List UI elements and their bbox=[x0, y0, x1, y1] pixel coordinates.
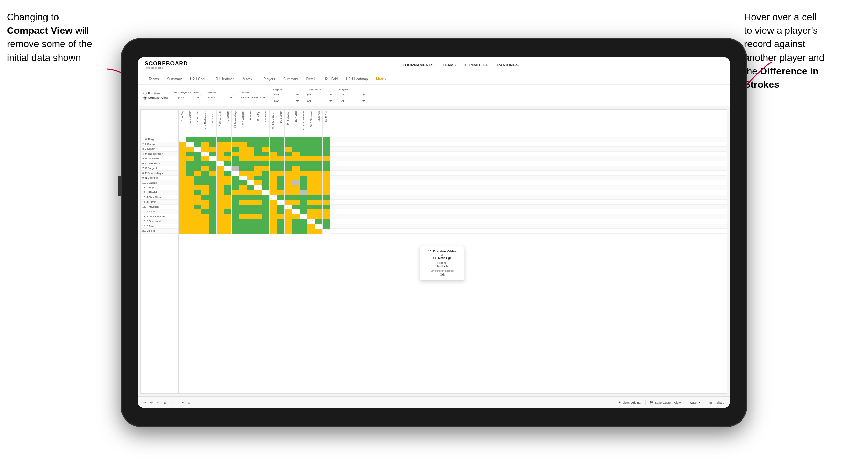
cell-r6-c19[interactable] bbox=[315, 161, 323, 166]
cell-r18-c10[interactable] bbox=[247, 219, 254, 224]
cell-r20-c17[interactable] bbox=[300, 229, 307, 234]
cell-r19-c13[interactable] bbox=[270, 224, 277, 229]
cell-r19-c10[interactable] bbox=[247, 224, 254, 229]
cell-r8-c13[interactable] bbox=[270, 171, 277, 176]
cell-r11-c7[interactable] bbox=[224, 185, 232, 190]
cell-r11-c3[interactable] bbox=[194, 185, 201, 190]
cell-r11-c19[interactable] bbox=[315, 185, 323, 190]
cell-r18-c16[interactable] bbox=[292, 219, 300, 224]
cell-r15-c18[interactable] bbox=[307, 205, 315, 209]
cell-r8-c9[interactable] bbox=[239, 171, 247, 176]
cell-r20-c8[interactable] bbox=[232, 229, 239, 234]
cell-r8-c14[interactable] bbox=[277, 171, 285, 176]
cell-r3-c20[interactable] bbox=[323, 147, 330, 152]
cell-r19-c16[interactable] bbox=[292, 224, 300, 229]
cell-r8-c2[interactable] bbox=[186, 171, 194, 176]
cell-r7-c19[interactable] bbox=[315, 166, 323, 171]
cell-r5-c17[interactable] bbox=[300, 156, 307, 161]
cell-r19-c14[interactable] bbox=[277, 224, 285, 229]
cell-r3-c18[interactable] bbox=[307, 147, 315, 152]
cell-r10-c8[interactable] bbox=[232, 180, 239, 185]
cell-r13-c11[interactable] bbox=[254, 195, 262, 200]
cell-r18-c18[interactable] bbox=[307, 219, 315, 224]
cell-r17-c20[interactable] bbox=[323, 214, 330, 219]
cell-r14-c14[interactable] bbox=[277, 200, 285, 205]
cell-r13-c13[interactable] bbox=[270, 195, 277, 200]
cell-r15-c11[interactable] bbox=[254, 205, 262, 209]
cell-r10-c2[interactable] bbox=[186, 180, 194, 185]
cell-r10-c10[interactable] bbox=[247, 180, 254, 185]
cell-r3-c16[interactable] bbox=[292, 147, 300, 152]
cell-r20-c12[interactable] bbox=[262, 229, 270, 234]
cell-r12-c19[interactable] bbox=[315, 190, 323, 195]
cell-r2-c15[interactable] bbox=[285, 142, 292, 147]
nav-committee[interactable]: COMMITTEE bbox=[464, 63, 489, 67]
cell-r17-c15[interactable] bbox=[285, 214, 292, 219]
cell-r3-c17[interactable] bbox=[300, 147, 307, 152]
cell-r15-c5[interactable] bbox=[209, 205, 217, 209]
cell-r2-c11[interactable] bbox=[254, 142, 262, 147]
cell-r1-c9[interactable] bbox=[239, 137, 247, 142]
cell-r14-c18[interactable] bbox=[307, 200, 315, 205]
cell-r2-c4[interactable] bbox=[201, 142, 209, 147]
cell-r9-c17[interactable] bbox=[300, 176, 307, 180]
cell-r15-c14[interactable] bbox=[277, 205, 285, 209]
cell-r16-c19[interactable] bbox=[315, 209, 323, 214]
cell-r4-c17[interactable] bbox=[300, 152, 307, 156]
cell-r8-c6[interactable] bbox=[217, 171, 224, 176]
cell-r4-c1[interactable] bbox=[179, 152, 186, 156]
cell-r19-c17[interactable] bbox=[300, 224, 307, 229]
cell-r3-c12[interactable] bbox=[262, 147, 270, 152]
cell-r5-c13[interactable] bbox=[270, 156, 277, 161]
cell-r19-c4[interactable] bbox=[201, 224, 209, 229]
cell-r10-c16[interactable] bbox=[292, 180, 300, 185]
cell-r18-c4[interactable] bbox=[201, 219, 209, 224]
cell-r6-c16[interactable] bbox=[292, 161, 300, 166]
conference-select-2[interactable]: (All) bbox=[306, 98, 333, 103]
cell-r13-c3[interactable] bbox=[194, 195, 201, 200]
cell-r4-c18[interactable] bbox=[307, 152, 315, 156]
cell-r9-c13[interactable] bbox=[270, 176, 277, 180]
cell-r7-c11[interactable] bbox=[254, 166, 262, 171]
cell-r16-c13[interactable] bbox=[270, 209, 277, 214]
cell-r14-c11[interactable] bbox=[254, 200, 262, 205]
cell-r8-c1[interactable] bbox=[179, 171, 186, 176]
tab-players[interactable]: Players bbox=[260, 74, 279, 84]
cell-r12-c13[interactable] bbox=[270, 190, 277, 195]
cell-r17-c6[interactable] bbox=[217, 214, 224, 219]
cell-r20-c2[interactable] bbox=[186, 229, 194, 234]
cell-r2-c12[interactable] bbox=[262, 142, 270, 147]
cell-r6-c11[interactable] bbox=[254, 161, 262, 166]
cell-r8-c16[interactable] bbox=[292, 171, 300, 176]
cell-r15-c1[interactable] bbox=[179, 205, 186, 209]
cell-r19-c20[interactable] bbox=[323, 224, 330, 229]
cell-r12-c7[interactable] bbox=[224, 190, 232, 195]
cell-r13-c6[interactable] bbox=[217, 195, 224, 200]
cell-r19-c5[interactable] bbox=[209, 224, 217, 229]
cell-r5-c4[interactable] bbox=[201, 156, 209, 161]
cell-r5-c19[interactable] bbox=[315, 156, 323, 161]
cell-r4-c8[interactable] bbox=[232, 152, 239, 156]
cell-r17-c14[interactable] bbox=[277, 214, 285, 219]
cell-r4-c7[interactable] bbox=[224, 152, 232, 156]
tab-summary-left[interactable]: Summary bbox=[163, 74, 186, 84]
cell-r12-c14[interactable] bbox=[277, 190, 285, 195]
conference-select-1[interactable]: (All) bbox=[306, 92, 333, 97]
cell-r5-c20[interactable] bbox=[323, 156, 330, 161]
cell-r1-c17[interactable] bbox=[300, 137, 307, 142]
cell-r19-c3[interactable] bbox=[194, 224, 201, 229]
cell-r6-c17[interactable] bbox=[300, 161, 307, 166]
tab-h2h-heatmap-left[interactable]: H2H Heatmap bbox=[209, 74, 239, 84]
cell-r19-c11[interactable] bbox=[254, 224, 262, 229]
save-custom-button[interactable]: 💾 Save Custom View bbox=[650, 401, 681, 404]
cell-r11-c14[interactable] bbox=[277, 185, 285, 190]
cell-r12-c1[interactable] bbox=[179, 190, 186, 195]
cell-r2-c10[interactable] bbox=[247, 142, 254, 147]
cell-r4-c4[interactable] bbox=[201, 152, 209, 156]
radio-full-view[interactable]: Full View bbox=[143, 92, 168, 95]
cell-r15-c20[interactable] bbox=[323, 205, 330, 209]
cell-r6-c14[interactable] bbox=[277, 161, 285, 166]
tab-h2h-grid-right[interactable]: H2H Grid bbox=[319, 74, 342, 84]
cell-r8-c5[interactable] bbox=[209, 171, 217, 176]
cell-r6-c13[interactable] bbox=[270, 161, 277, 166]
